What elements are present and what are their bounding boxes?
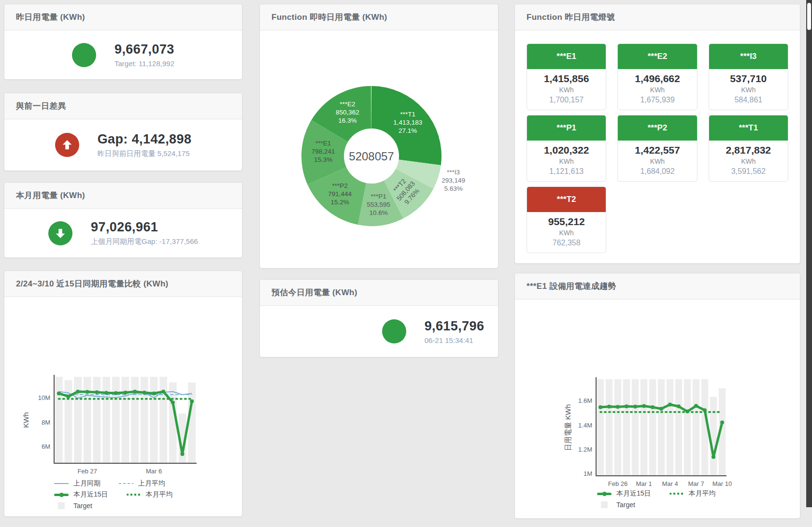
legend-item[interactable]: Target	[597, 500, 635, 510]
card-status-lights-title: Function 昨日用電燈號	[515, 4, 800, 30]
tile-status-header: ***E1	[527, 44, 606, 69]
series-marker	[152, 391, 156, 395]
tile-target-value: 1,675,939	[620, 95, 695, 105]
realtime-usage-donut-chart[interactable]: ***T11,413,18327.1%***I3293,1495.63%***T…	[260, 30, 497, 268]
series-marker	[190, 399, 194, 403]
tile-value: 1,020,322	[529, 144, 604, 157]
x-tick-label: Mar 10	[712, 480, 732, 487]
series-marker	[114, 391, 118, 395]
light-tile-E1[interactable]: ***E11,415,856KWh1,700,157	[527, 43, 606, 110]
y-tick-label: 1.2M	[578, 446, 592, 453]
light-tile-E2[interactable]: ***E21,496,662KWh1,675,939	[617, 43, 697, 110]
scrollbar-thumb[interactable]	[807, 3, 811, 30]
tile-target-value: 1,700,157	[529, 95, 604, 105]
status-circle-icon	[382, 319, 406, 343]
target-bar	[597, 379, 604, 476]
tile-value: 2,817,832	[711, 144, 786, 157]
light-tile-T1[interactable]: ***T12,817,832KWh3,591,562	[709, 115, 788, 182]
y-tick-label: 8M	[42, 419, 50, 426]
legend-swatch-dash	[119, 483, 133, 484]
light-tile-T2[interactable]: ***T2955,212KWh762,358	[527, 186, 606, 253]
light-tile-P1[interactable]: ***P11,020,322KWh1,121,613	[527, 115, 606, 182]
tile-value: 1,496,662	[620, 72, 695, 85]
series-marker	[85, 390, 89, 394]
x-tick-label: Mar 1	[636, 480, 652, 487]
series-marker	[668, 403, 672, 407]
tile-target-value: 584,861	[711, 95, 786, 105]
x-tick-label: Feb 27	[78, 468, 97, 475]
card-yesterday-usage-title: 昨日用電量 (KWh)	[4, 4, 242, 30]
tile-unit: KWh	[620, 85, 695, 95]
legend-label: 本月近15日	[616, 489, 651, 498]
legend-item[interactable]: 本月近15日	[54, 490, 108, 499]
card-e1-trend-title: ***E1 設備用電達成趨勢	[515, 273, 800, 299]
target-bar	[93, 377, 101, 463]
tile-value: 537,710	[711, 72, 786, 85]
legend-item[interactable]: 本月平均	[127, 490, 173, 499]
e1-chart-legend: 本月近15日本月平均Target	[597, 489, 716, 510]
series-marker	[133, 390, 137, 394]
card-15day-comparison-title: 2/24~3/10 近15日同期用電量比較 (KWh)	[4, 271, 242, 297]
series-marker	[694, 404, 698, 408]
tile-target-value: 1,684,092	[620, 166, 695, 177]
yesterday-usage-target: Target: 11,128,992	[114, 59, 174, 68]
legend-item[interactable]: 上月同期	[54, 479, 100, 488]
month-usage-gap: 上個月同期用電Gap: -17,377,566	[91, 237, 198, 246]
arrow-down-icon	[48, 221, 72, 245]
series-marker	[67, 395, 71, 399]
tile-status-header: ***E2	[618, 44, 697, 69]
series-marker	[616, 405, 620, 409]
series-marker	[104, 391, 108, 395]
x-tick-label: Mar 6	[146, 468, 162, 475]
y-tick-label: 6M	[42, 443, 50, 450]
yesterday-usage-value: 9,667,073	[114, 42, 174, 57]
legend-item[interactable]: 本月平均	[670, 489, 716, 499]
series-marker	[171, 400, 175, 404]
tile-target-value: 1,121,613	[529, 166, 604, 177]
series-marker	[720, 420, 724, 424]
legend-label: Target	[73, 502, 92, 510]
compare-15day-chart[interactable]: 6M8M10MFeb 27Mar 6KWh	[4, 358, 222, 484]
series-marker	[95, 390, 99, 394]
today-estimate-timestamp: 06-21 15:34:41	[425, 336, 484, 344]
card-month-usage: 本月用電量 (KWh) 97,026,961 上個月同期用電Gap: -17,3…	[4, 182, 242, 258]
status-circle-icon	[72, 43, 96, 67]
series-marker	[625, 404, 628, 408]
card-yesterday-usage: 昨日用電量 (KWh) 9,667,073 Target: 11,128,992	[4, 4, 242, 80]
legend-item[interactable]: Target	[54, 501, 92, 511]
target-bar	[658, 379, 665, 476]
tile-value: 1,422,557	[620, 144, 695, 157]
tile-target-value: 3,591,562	[711, 166, 786, 177]
legend-swatch-thick	[597, 493, 612, 495]
tile-status-header: ***T2	[527, 187, 606, 212]
target-bar	[84, 377, 91, 463]
month-usage-value: 97,026,961	[91, 220, 198, 235]
target-bar	[693, 379, 699, 476]
series-marker	[659, 407, 663, 411]
target-bar	[122, 377, 129, 463]
x-tick-label: Mar 4	[662, 480, 678, 487]
series-marker	[57, 391, 61, 395]
target-bar	[667, 379, 673, 476]
card-15day-comparison: 2/24~3/10 近15日同期用電量比較 (KWh) 6M8M10MFeb 2…	[4, 271, 242, 517]
series-marker	[703, 408, 707, 412]
y-tick-label: 1.6M	[578, 397, 592, 404]
gap-previous-day-subtext: 昨日與前日用電量 5,524,175	[98, 149, 192, 158]
e1-trend-chart[interactable]: 1M1.2M1.4M1.6MFeb 26Mar 1Mar 4Mar 7Mar 1…	[515, 360, 785, 492]
light-tile-I3[interactable]: ***I3537,710KWh584,861	[709, 43, 788, 110]
legend-swatch-line	[54, 483, 69, 484]
target-bar	[614, 379, 621, 476]
target-bar	[684, 379, 691, 476]
legend-item[interactable]: 本月近15日	[597, 489, 651, 499]
series-marker	[124, 391, 128, 395]
target-bar	[675, 379, 682, 476]
card-e1-trend: ***E1 設備用電達成趨勢 1M1.2M1.4M1.6MFeb 26Mar 1…	[514, 273, 800, 519]
series-marker	[642, 404, 646, 408]
vertical-scrollbar[interactable]	[806, 0, 812, 507]
light-tile-P2[interactable]: ***P21,422,557KWh1,684,092	[617, 115, 697, 182]
tile-status-header: ***I3	[709, 44, 788, 69]
legend-item[interactable]: 上月平均	[119, 479, 165, 488]
target-bar	[641, 379, 647, 476]
series-marker	[598, 405, 602, 409]
arrow-up-icon	[55, 133, 79, 157]
